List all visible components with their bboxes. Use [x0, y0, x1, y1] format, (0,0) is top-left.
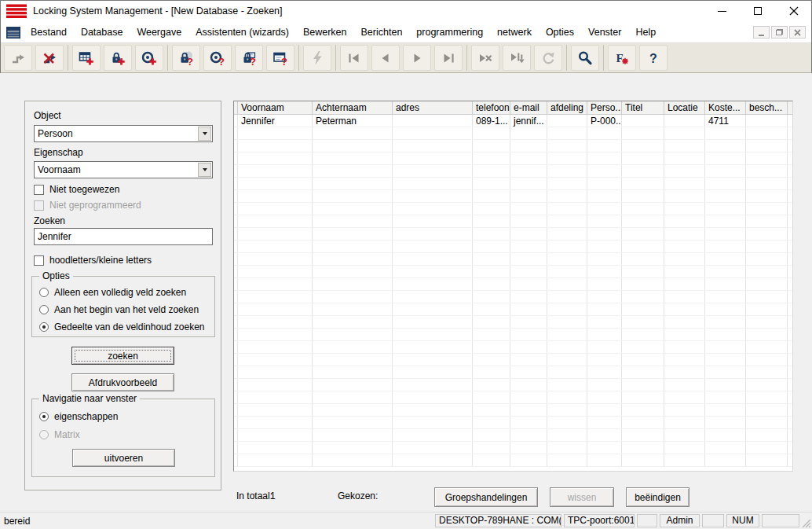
table-cell — [587, 165, 622, 177]
mdi-close-button[interactable] — [789, 26, 806, 39]
table-cell — [705, 391, 746, 403]
execute-button[interactable]: uitvoeren — [72, 449, 175, 467]
new-lock-button[interactable] — [104, 45, 132, 71]
menu-item-netwerk[interactable]: netwerk — [490, 24, 539, 41]
column-header-email[interactable]: e-mail — [510, 101, 547, 114]
table-cell — [664, 253, 705, 265]
menu-item-help[interactable]: Help — [628, 24, 663, 41]
new-transponder-button[interactable] — [135, 45, 163, 71]
menu-item-venster[interactable]: Venster — [581, 24, 628, 41]
menu-item-programmering[interactable]: programmering — [409, 24, 490, 41]
column-header-titel[interactable]: Titel — [622, 101, 664, 114]
search-button[interactable]: zoeken — [71, 347, 174, 365]
group-actions-button[interactable]: Groepshandelingen — [434, 487, 538, 507]
not-assigned-checkbox[interactable]: Niet toegewezen — [34, 184, 119, 195]
resize-grip[interactable] — [800, 517, 811, 528]
nav-skip-x-button[interactable] — [471, 45, 499, 71]
table-cell — [664, 178, 705, 189]
help-button[interactable]: ? — [639, 45, 668, 71]
table-cell — [664, 140, 705, 152]
radio-part-field[interactable]: Gedeelte van de veldinhoud zoeken — [39, 321, 204, 332]
mdi-minimize-button[interactable] — [753, 26, 770, 39]
read-window-button[interactable]: ? — [266, 45, 294, 71]
read-lock-card-button[interactable]: ? — [235, 45, 263, 71]
disconnect-button[interactable] — [35, 45, 64, 71]
table-cell — [587, 404, 622, 416]
property-combobox-dropdown-button[interactable] — [198, 163, 211, 177]
mdi-restore-button[interactable] — [771, 26, 788, 39]
read-transponder-button[interactable]: ? — [203, 45, 232, 71]
table-cell — [510, 278, 547, 290]
nav-first-button[interactable] — [340, 45, 368, 71]
table-row[interactable]: JenniferPeterman089-1...jennif...P-000..… — [234, 115, 792, 127]
maximize-button[interactable] — [740, 0, 776, 22]
table-cell — [746, 278, 788, 290]
table-cell — [622, 366, 664, 378]
search-button[interactable] — [571, 45, 599, 71]
route-arrow-button — [4, 45, 32, 71]
menu-item-bewerken[interactable]: Bewerken — [296, 24, 354, 41]
table-cell — [510, 391, 547, 403]
finish-button[interactable]: beëindigen — [626, 487, 689, 507]
property-combobox[interactable]: Voornaam — [34, 161, 213, 178]
table-cell — [622, 329, 664, 340]
table-cell — [510, 253, 547, 265]
menu-item-assistenten-wizards[interactable]: Assistenten (wizards) — [188, 24, 296, 41]
menu-item-berichten[interactable]: Berichten — [354, 24, 410, 41]
table-cell — [313, 366, 393, 378]
column-header-perso[interactable]: Perso... — [587, 101, 622, 114]
menu-item-bestand[interactable]: Bestand — [24, 24, 74, 41]
object-combobox[interactable]: Persoon — [34, 125, 213, 142]
column-header-achternaam[interactable]: Achternaam — [313, 101, 393, 114]
table-cell — [238, 429, 313, 441]
table-row-empty — [234, 454, 792, 467]
column-header-telefoon[interactable]: telefoon — [473, 101, 510, 114]
new-table-button[interactable] — [72, 45, 101, 71]
table-cell — [746, 379, 788, 391]
table-cell — [393, 127, 473, 139]
object-combobox-dropdown-button[interactable] — [198, 127, 211, 141]
filter-settings-button[interactable]: F — [608, 45, 636, 71]
menu-items: BestandDatabaseWeergaveAssistenten (wiza… — [24, 24, 663, 41]
radio-matrix-label: Matrix — [54, 429, 80, 440]
column-header-locatie[interactable]: Locatie — [664, 101, 705, 114]
column-header-koste[interactable]: Koste... — [705, 101, 746, 114]
column-header-besch[interactable]: besch... — [746, 101, 788, 114]
status-bar: bereid DESKTOP-789HANE : COM(*)TPC-poort… — [0, 512, 812, 529]
nav-last-button[interactable] — [434, 45, 463, 71]
menu-item-weergave[interactable]: Weergave — [130, 24, 188, 41]
nav-next-button[interactable] — [403, 45, 431, 71]
svg-text:F: F — [616, 52, 624, 64]
table-cell — [705, 241, 746, 252]
case-sensitive-checkbox[interactable]: hoodletters/kleine letters — [34, 255, 152, 266]
column-header-voornaam[interactable]: Voornaam — [238, 101, 313, 114]
radio-full-field[interactable]: Alleen een volledig veld zoeken — [39, 287, 186, 298]
table-cell — [664, 329, 705, 340]
table-cell — [664, 190, 705, 202]
table-cell — [510, 354, 547, 366]
table-cell — [587, 241, 622, 252]
radio-begin-field[interactable]: Aan het begin van het veld zoeken — [39, 304, 199, 315]
menu-item-database[interactable]: Database — [74, 24, 130, 41]
table-cell — [473, 215, 510, 227]
menu-item-opties[interactable]: Opties — [539, 24, 581, 41]
column-header-adres[interactable]: adres — [393, 101, 473, 114]
status-panel-admin: Admin — [660, 514, 700, 527]
search-input[interactable]: Jennifer — [34, 228, 213, 245]
table-cell — [622, 127, 664, 139]
radio-eigenschappen[interactable]: eigenschappen — [39, 411, 118, 422]
table-cell — [622, 266, 664, 277]
table-cell — [313, 291, 393, 303]
table-cell — [746, 115, 788, 127]
print-preview-button[interactable]: Afdrukvoorbeeld — [71, 373, 174, 391]
nav-prev-button[interactable] — [371, 45, 400, 71]
column-header-afdeling[interactable]: afdeling — [547, 101, 587, 114]
nav-prev-icon — [378, 50, 393, 66]
close-button[interactable] — [776, 0, 812, 22]
table-cell — [705, 165, 746, 177]
minimize-button[interactable] — [704, 0, 740, 22]
table-cell — [587, 215, 622, 227]
table-cell — [393, 291, 473, 303]
nav-skip-down-button[interactable] — [503, 45, 531, 71]
read-lock-button[interactable]: ? — [172, 45, 200, 71]
